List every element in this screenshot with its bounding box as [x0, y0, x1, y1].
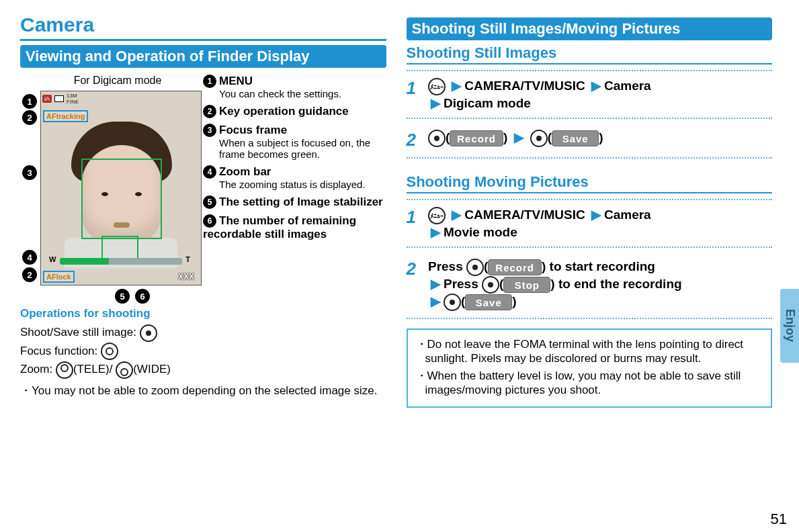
still-images-heading: Shooting Still Images [407, 44, 773, 64]
af-lock-label: AFlock [43, 271, 75, 283]
arrow-icon: ▶ [589, 79, 604, 93]
movie-step-2: 2 Press (Record) to start recording ▶Pre… [407, 252, 773, 319]
save-button-label: Save [552, 130, 599, 146]
finder-top-icons: iA 13MFINE [41, 91, 201, 106]
finder-figure: For Digicam mode iA 13MFINE AFtracking A… [20, 75, 195, 285]
center-key-icon [482, 276, 499, 294]
zoom-note: ・You may not be able to zoom depending o… [20, 383, 386, 398]
op-shoot: Shoot/Save still image: [20, 323, 386, 342]
finder-display: iA 13MFINE AFtracking AFlock XXX 1 [40, 91, 202, 285]
center-key-icon [530, 130, 548, 147]
right-column: Shooting Still Images/Moving Pictures Sh… [400, 13, 780, 525]
callout-4: 4 [22, 250, 37, 265]
center-key-icon [466, 259, 484, 276]
arrow-icon: ▶ [428, 225, 444, 239]
section-heading-viewing: Viewing and Operation of Finder Display [20, 45, 386, 68]
callout-5: 5 [115, 289, 130, 304]
step-number: 2 [407, 130, 425, 150]
legend-item-5: 5The setting of Image stabilizer [203, 195, 386, 209]
arrow-icon: ▶ [449, 79, 464, 93]
record-button-label: Record [450, 130, 503, 146]
remaining-count: XXX [178, 272, 194, 281]
arrow-icon: ▶ [589, 208, 604, 222]
callout-2b: 2 [22, 267, 37, 282]
down-key-icon [101, 343, 118, 360]
left-column: Camera Viewing and Operation of Finder D… [13, 13, 393, 525]
section-tab-enjoy: Enjoy [780, 289, 799, 363]
moving-pictures-heading: Shooting Moving Pictures [407, 173, 773, 193]
page-title: Camera [20, 13, 386, 41]
warning-item: ・Do not leave the FOMA terminal with the… [416, 337, 763, 365]
warning-box: ・Do not leave the FOMA terminal with the… [407, 328, 773, 408]
arrow-icon: ▶ [428, 294, 444, 308]
stop-button-label: Stop [503, 277, 550, 293]
center-key-icon [140, 324, 157, 342]
arrow-icon: ▶ [428, 277, 444, 291]
zoom-bar [60, 258, 182, 265]
section-heading-shooting: Shooting Still Images/Moving Pictures [407, 17, 773, 40]
callout-1: 1 [22, 94, 37, 109]
step-number: 2 [407, 259, 425, 279]
page-number: 51 [771, 511, 787, 528]
finder-legend: 1MENUYou can check the settings. 2Key op… [203, 75, 386, 285]
finder-and-legend: For Digicam mode iA 13MFINE AFtracking A… [20, 75, 386, 285]
focus-frame-large [81, 159, 162, 239]
menu-key-icon: ﾒﾆｭｰ [428, 78, 446, 95]
resolution-icon: 13MFINE [67, 93, 79, 105]
menu-key-icon: ﾒﾆｭｰ [428, 207, 446, 224]
callout-3: 3 [22, 165, 37, 180]
legend-item-6: 6The number of remaining recordable stil… [203, 214, 386, 241]
operations-heading: Operations for shooting [20, 307, 386, 320]
arrow-icon: ▶ [449, 208, 464, 222]
record-button-label: Record [488, 259, 542, 275]
arrow-icon: ▶ [428, 96, 444, 110]
aspect-icon [54, 95, 64, 102]
finder-caption: For Digicam mode [40, 75, 195, 87]
ia-icon: iA [42, 95, 52, 103]
arrow-icon: ▶ [511, 130, 527, 144]
manual-page: Camera Viewing and Operation of Finder D… [0, 0, 799, 532]
step-number: 1 [407, 207, 425, 228]
center-key-icon [444, 294, 461, 311]
save-button-label: Save [465, 294, 512, 310]
step-number: 1 [407, 78, 425, 99]
callout-2a: 2 [22, 110, 37, 125]
legend-item-4: 4Zoom barThe zooming status is displayed… [203, 165, 386, 190]
operations-list: Shoot/Save still image: Focus function: … [20, 323, 386, 379]
down-key-icon-2 [116, 361, 133, 379]
op-zoom: Zoom: (TELE)/ (WIDE) [20, 360, 386, 379]
legend-item-3: 3Focus frameWhen a subject is focused on… [203, 124, 386, 160]
callout-6: 6 [135, 289, 150, 304]
legend-item-1: 1MENUYou can check the settings. [203, 75, 386, 99]
movie-step-1: 1 ﾒﾆｭｰ ▶CAMERA/TV/MUSIC ▶Camera ▶Movie m… [407, 199, 773, 248]
center-key-icon [428, 130, 446, 147]
still-step-1: 1 ﾒﾆｭｰ ▶CAMERA/TV/MUSIC ▶Camera ▶Digicam… [407, 70, 773, 119]
op-focus: Focus function: [20, 342, 386, 361]
still-step-2: 2 (Record) ▶ (Save) [407, 123, 773, 159]
warning-item: ・When the battery level is low, you may … [416, 368, 763, 397]
up-key-icon [56, 361, 73, 379]
af-tracking-label: AFtracking [43, 110, 88, 122]
legend-item-2: 2Key operation guidance [203, 105, 386, 118]
